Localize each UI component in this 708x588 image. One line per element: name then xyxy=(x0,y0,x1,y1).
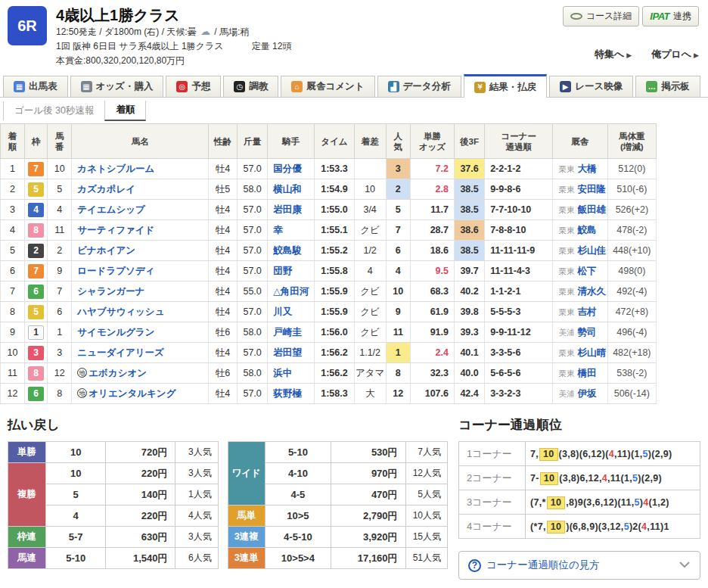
time-cell: 1:54.9 xyxy=(315,179,354,200)
winner-highlight: 10 xyxy=(539,448,558,461)
trainer-link[interactable]: 松下 xyxy=(577,266,596,276)
payout-combination: 10 xyxy=(45,442,105,463)
margin-cell: 3/4 xyxy=(354,200,386,220)
trainer-link[interactable]: 伊坂 xyxy=(577,388,596,399)
trainer-link[interactable]: 安田隆 xyxy=(577,184,606,194)
column-header: 馬 番 xyxy=(48,124,72,159)
horse-name-link[interactable]: オリエンタルキング xyxy=(88,388,175,399)
jockey-link[interactable]: 幸 xyxy=(273,225,283,235)
tab-stable-comment[interactable]: ⌂厩舎コメント xyxy=(281,76,374,97)
popularity-cell: 3 xyxy=(386,159,410,179)
feature-link[interactable]: 特集へ▶ xyxy=(595,48,632,61)
tab-data-analysis[interactable]: ▟データ分析 xyxy=(377,76,461,97)
tab-label: 予想 xyxy=(191,80,210,93)
jockey-link[interactable]: △角田河 xyxy=(273,286,309,297)
horse-name-link[interactable]: ビナホイアン xyxy=(77,245,135,256)
jockey-link[interactable]: 国分優 xyxy=(273,163,302,174)
trainer-link[interactable]: 勢司 xyxy=(577,327,596,338)
race-header: 6R 4歳以上1勝クラス 12:50発走 / ダ1800m (右) / 天候:曇… xyxy=(0,0,708,71)
stable-region: 栗東 xyxy=(558,348,574,357)
stable-region: 栗東 xyxy=(558,369,574,378)
tab-prediction-target[interactable]: ◎予想 xyxy=(166,76,221,97)
track-condition: / 馬場:稍 xyxy=(214,26,249,37)
subtab-1[interactable]: 着順 xyxy=(104,101,146,121)
trainer-link[interactable]: 杉山佳 xyxy=(577,245,606,256)
jockey-link[interactable]: 横山和 xyxy=(273,184,302,194)
jockey-cell: 国分優 xyxy=(268,159,315,179)
trainer-link[interactable]: 大橋 xyxy=(577,163,596,174)
table-row: 1268地オリエンタルキング牡457.0荻野極1:58.3大12107.642.… xyxy=(1,384,657,404)
tab-label: 結果・払戻 xyxy=(489,81,537,94)
ipat-link-button[interactable]: IPAT 連携 xyxy=(642,6,699,26)
column-header: 騎手 xyxy=(268,124,315,159)
trainer-link[interactable]: 吉村 xyxy=(577,306,596,317)
tab-entry-table[interactable]: ▦出馬表 xyxy=(3,76,68,97)
stable-comment-icon: ⌂ xyxy=(291,81,303,92)
sex-age-cell: 牡4 xyxy=(208,159,237,179)
corner-row: 2コーナー7-10(3,8)6,12,4,11(1,5)(2,9) xyxy=(459,466,700,490)
horse-name-link[interactable]: シャランガーナ xyxy=(77,286,144,297)
orepro-link[interactable]: 俺プロへ▶ xyxy=(651,48,699,61)
horse-name-link[interactable]: ロードラプソディ xyxy=(77,266,154,276)
arrow-right-icon: ▶ xyxy=(626,51,632,59)
payout-combination: 4-5 xyxy=(265,484,331,506)
waku-badge: 7 xyxy=(28,162,44,176)
waku-cell: 2 xyxy=(25,241,48,261)
sequence-text: (3,8)6,12, xyxy=(559,473,602,484)
column-header: 着差 xyxy=(354,124,386,159)
popularity-cell: 8 xyxy=(386,363,410,384)
waku-badge: 5 xyxy=(28,182,44,197)
margin-cell: 1.1/2 xyxy=(354,343,386,363)
jockey-link[interactable]: 団野 xyxy=(273,266,292,276)
tab-race-video[interactable]: ▶レース映像 xyxy=(549,76,633,97)
horse-name-link[interactable]: サーティファイド xyxy=(77,225,154,235)
waku-cell: 1 xyxy=(25,322,48,343)
jockey-link[interactable]: 浜中 xyxy=(273,368,292,378)
payout-amount: 140円 xyxy=(106,484,175,506)
column-header: 人 気 xyxy=(386,124,410,159)
horse-name-link[interactable]: テイエムシップ xyxy=(77,204,145,215)
stable-region: 栗東 xyxy=(558,287,574,296)
horse-name-link[interactable]: サイモンルグラン xyxy=(77,327,154,338)
trainer-link[interactable]: 清水久 xyxy=(577,286,606,297)
load-cell: 57.0 xyxy=(238,343,268,363)
tab-label: オッズ・購入 xyxy=(96,80,154,93)
margin-cell: 10 xyxy=(354,179,386,200)
tab-result-payout[interactable]: ￥結果・払戻 xyxy=(464,74,548,98)
corner-help-toggle[interactable]: ? コーナー通過順位の見方 xyxy=(458,551,700,580)
bet-type-label: ワイド xyxy=(228,442,265,506)
horse-name-link[interactable]: エボカシオン xyxy=(88,368,147,378)
time-cell: 1:55.9 xyxy=(315,282,354,302)
jockey-link[interactable]: 鮫島駿 xyxy=(273,245,302,256)
column-header: 着 順 xyxy=(1,124,25,159)
race-title: 4歳以上1勝クラス xyxy=(56,6,291,24)
tab-bbs-chat[interactable]: …掲示板 xyxy=(635,76,700,97)
race-number-badge: 6R xyxy=(8,6,47,45)
load-cell: 57.0 xyxy=(238,384,268,404)
corner-order-cell: 7-8-8-10 xyxy=(485,220,553,241)
waku-badge: 1 xyxy=(28,325,44,340)
jockey-link[interactable]: 岩田望 xyxy=(273,347,302,358)
win-odds-cell: 2.8 xyxy=(410,179,454,200)
jockey-link[interactable]: 荻野極 xyxy=(273,388,302,399)
trainer-link[interactable]: 杉山晴 xyxy=(577,347,606,358)
subtab-0[interactable]: ゴール後 30秒速報 xyxy=(3,101,104,120)
horse-name-link[interactable]: ニューダイアリーズ xyxy=(77,347,164,358)
payout-combination: 4-10 xyxy=(265,463,331,484)
course-detail-button[interactable]: コース詳細 xyxy=(563,6,640,26)
trainer-link[interactable]: 飯田雄 xyxy=(577,204,606,215)
payout-popularity: 15人気 xyxy=(405,527,447,548)
horse-name-link[interactable]: ハヤブサウィッシュ xyxy=(77,306,164,317)
jockey-link[interactable]: 川又 xyxy=(273,306,292,317)
horse-name-cell: テイエムシップ xyxy=(72,200,209,220)
tab-training-stopwatch[interactable]: ◷調教 xyxy=(223,76,278,97)
payout-popularity: 3人気 xyxy=(175,527,218,548)
horse-name-link[interactable]: カネトシブルーム xyxy=(77,163,154,174)
horse-name-link[interactable]: カズカポレイ xyxy=(77,184,135,194)
trainer-link[interactable]: 橋田 xyxy=(577,368,596,378)
jockey-link[interactable]: 戸崎圭 xyxy=(273,327,302,338)
trainer-link[interactable]: 鮫島 xyxy=(577,225,596,235)
win-odds-cell: 2.4 xyxy=(410,343,454,363)
jockey-link[interactable]: 岩田康 xyxy=(273,204,302,215)
tab-odds-purchase[interactable]: ▦オッズ・購入 xyxy=(70,76,164,97)
